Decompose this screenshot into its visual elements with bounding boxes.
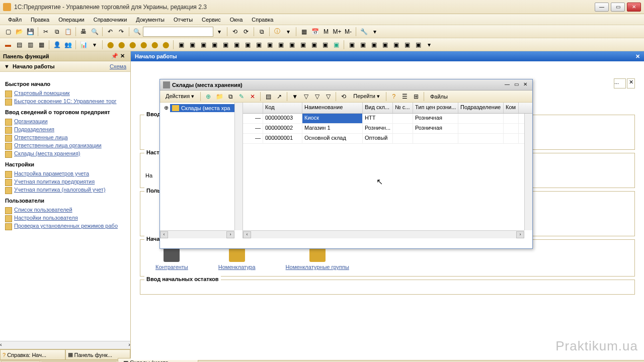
filter2-icon[interactable]: ▽ — [301, 92, 311, 102]
tree-root[interactable]: Склады (места хра — [170, 104, 242, 112]
tb2-8-icon[interactable]: ⬤ — [105, 40, 115, 50]
lp-scroll-h[interactable]: ‹ › — [0, 341, 130, 349]
copy-item-icon[interactable]: ⧉ — [225, 92, 235, 102]
col-comment[interactable]: Ком — [504, 103, 519, 113]
col-type[interactable]: Вид скл... — [363, 103, 393, 113]
iw-maximize-button[interactable]: ▭ — [512, 81, 520, 88]
tb2-6-icon[interactable]: 👥 — [63, 40, 73, 50]
undo-icon[interactable]: ↶ — [105, 27, 115, 37]
table-row[interactable]: — 000000002 Магазин 1 Розничн... Розничн… — [243, 124, 532, 134]
lp-link-persons[interactable]: Ответственные лица — [14, 134, 125, 140]
tb2-14-icon[interactable]: ▣ — [176, 40, 186, 50]
lp-close-icon[interactable]: ✕ — [120, 53, 127, 60]
refresh-icon[interactable]: ⟲ — [230, 27, 240, 37]
tb2-9-icon[interactable]: ⬤ — [116, 40, 126, 50]
help-icon[interactable]: ? — [389, 92, 399, 102]
tb2-23-icon[interactable]: ▣ — [276, 40, 286, 50]
tb2-28-icon[interactable]: ▣ — [331, 40, 341, 50]
tb2-30-icon[interactable]: ▣ — [358, 40, 368, 50]
cut-icon[interactable]: ✂ — [41, 27, 51, 37]
clear-filter-icon[interactable]: ▽ — [323, 92, 333, 102]
lp-link-learn[interactable]: Быстрое освоение 1С: Управление торг — [14, 98, 125, 104]
catalog-item-contragents[interactable]: Контрагенты — [155, 248, 188, 270]
tb2-29-icon[interactable]: ▣ — [347, 40, 357, 50]
menu-edit[interactable]: Правка — [27, 16, 53, 24]
lp-section-start[interactable]: ▼ Начало работы Схема — [0, 61, 130, 72]
schema-link[interactable]: Схема — [110, 63, 126, 69]
doc-tab-close-icon[interactable]: ✕ — [635, 53, 640, 60]
print-icon[interactable]: 🖶 — [78, 27, 89, 37]
tb2-16-icon[interactable]: ▣ — [198, 40, 208, 50]
grid-scroll-h[interactable]: ‹› — [243, 230, 524, 238]
files-button[interactable]: Файлы — [427, 92, 451, 101]
edit-icon[interactable]: ✎ — [236, 92, 247, 102]
tb2-5-icon[interactable]: 👤 — [52, 40, 62, 50]
maximize-button[interactable]: ▭ — [611, 3, 625, 12]
iw-close-button[interactable]: ✕ — [521, 81, 529, 88]
tb2-7-icon[interactable]: 📊 — [78, 40, 89, 50]
tb2-17-icon[interactable]: ▣ — [209, 40, 219, 50]
menu-help[interactable]: Справка — [248, 16, 277, 24]
list-icon[interactable]: ☰ — [400, 92, 410, 102]
info-icon[interactable]: ⓘ — [272, 27, 282, 37]
refresh2-icon[interactable]: ⟳ — [241, 27, 251, 37]
delete-icon[interactable]: ✕ — [248, 92, 258, 102]
add-folder-icon[interactable]: 📁 — [214, 92, 224, 102]
tb2-18-icon[interactable]: ▣ — [220, 40, 230, 50]
m-plus-icon[interactable]: M+ — [332, 27, 342, 37]
lp-link-taxpolicy[interactable]: Учетная политика (налоговый учет) — [14, 187, 125, 193]
grid-scroll-v[interactable] — [524, 114, 532, 230]
tb2-10-icon[interactable]: ⬤ — [127, 40, 137, 50]
catalog-item-nomgroups[interactable]: Номенклатурные группы — [286, 248, 349, 270]
table-row[interactable]: — 000000003 Киоск НТТ Розничная — [243, 114, 532, 124]
new-icon[interactable]: ▢ — [3, 27, 13, 37]
tb2-31-icon[interactable]: ▣ — [369, 40, 379, 50]
hierarchy-icon[interactable]: ▤ — [263, 92, 273, 102]
tb2-3-icon[interactable]: ▥ — [25, 40, 35, 50]
tb2-33-icon[interactable]: ▣ — [391, 40, 401, 50]
iw-minimize-button[interactable]: — — [503, 81, 511, 88]
tb2-11-icon[interactable]: ⬤ — [138, 40, 148, 50]
col-icon[interactable] — [243, 103, 263, 113]
lp-link-accpolicy[interactable]: Учетная политика предприятия — [14, 178, 125, 185]
lp-scroll-right-icon[interactable]: › — [128, 341, 130, 349]
tb2-27-icon[interactable]: ▣ — [320, 40, 330, 50]
tree-scroll-h[interactable]: ‹› — [160, 230, 234, 238]
col-price[interactable]: Тип цен розни... — [413, 103, 458, 113]
filter3-icon[interactable]: ▽ — [312, 92, 322, 102]
open-icon[interactable]: 📂 — [14, 27, 24, 37]
m-icon[interactable]: M — [321, 27, 331, 37]
calendar-icon[interactable]: 📅 — [310, 27, 320, 37]
move-icon[interactable]: ↗ — [274, 92, 284, 102]
menu-catalogs[interactable]: Справочники — [90, 16, 131, 24]
lp-tab-help[interactable]: ?Справка: Нач... — [0, 349, 65, 360]
tb2-12-icon[interactable]: ⬤ — [149, 40, 159, 50]
search-icon[interactable]: 🔍 — [132, 27, 142, 37]
wrench-dropdown-icon[interactable]: ▾ — [370, 27, 380, 37]
tb2-15-icon[interactable]: ▣ — [187, 40, 197, 50]
lp-link-usersettings[interactable]: Настройки пользователя — [14, 215, 125, 221]
tb2-13-icon[interactable]: ⬤ — [160, 40, 171, 50]
tb2-32-icon[interactable]: ▣ — [380, 40, 390, 50]
tb2-20-icon[interactable]: ▣ — [243, 40, 253, 50]
tb2-25-icon[interactable]: ▣ — [298, 40, 308, 50]
col-dept[interactable]: Подразделение — [458, 103, 504, 113]
col-name[interactable]: Наименование — [302, 103, 363, 113]
menu-service[interactable]: Сервис — [198, 16, 225, 24]
close-button[interactable]: ✕ — [627, 3, 641, 12]
lp-link-orgs[interactable]: Организации — [14, 118, 125, 124]
lp-link-modecheck[interactable]: Проверка установленных режимов рабо — [14, 223, 125, 229]
tb2-21-icon[interactable]: ▣ — [254, 40, 264, 50]
lp-link-userlist[interactable]: Список пользователей — [14, 207, 125, 213]
tb2-1-icon[interactable]: ▬ — [3, 40, 13, 50]
tb2-dropdown-icon[interactable]: ▾ — [90, 40, 100, 50]
search-input[interactable] — [143, 27, 213, 37]
col-code[interactable]: Код — [263, 103, 302, 113]
tb2-35-icon[interactable]: ▣ — [413, 40, 423, 50]
tb2-2-icon[interactable]: ▤ — [14, 40, 24, 50]
menu-documents[interactable]: Документы — [132, 16, 169, 24]
tb2-22-icon[interactable]: ▣ — [265, 40, 275, 50]
tree-scroll-v[interactable] — [234, 103, 243, 230]
m-minus-icon[interactable]: M- — [343, 27, 353, 37]
redo-icon[interactable]: ↷ — [116, 27, 126, 37]
